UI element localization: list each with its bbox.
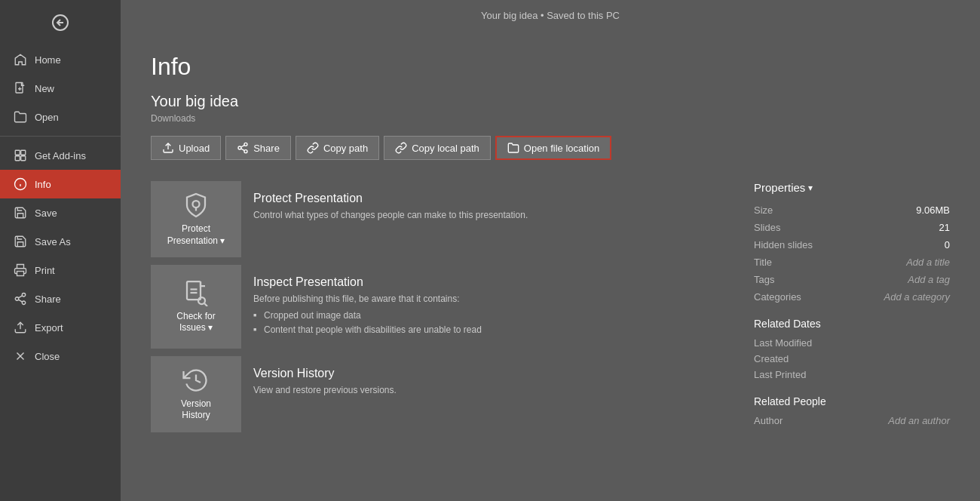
sidebar-open-label: Open (35, 112, 59, 123)
sidebar-item-save[interactable]: Save (0, 198, 121, 227)
properties-title-text: Properties (754, 181, 805, 194)
copy-local-path-button[interactable]: Copy local path (384, 136, 491, 160)
sidebar: Home New Open Get Add-ins In (0, 0, 121, 501)
prop-size-label: Size (754, 204, 773, 216)
prop-title-value[interactable]: Add a title (906, 257, 950, 268)
inspect-card-desc: Before publishing this file, be aware th… (253, 294, 712, 304)
svg-rect-29 (187, 281, 201, 300)
prop-row-slides: Slides 21 (754, 222, 950, 233)
related-dates-created: Created (754, 353, 950, 364)
document-name: Your big idea (151, 93, 950, 110)
svg-point-22 (244, 143, 247, 146)
add-author-value[interactable]: Add an author (888, 415, 950, 426)
inspect-card-icon-box[interactable]: Check forIssues ▾ (151, 265, 241, 348)
open-file-location-icon (507, 142, 519, 154)
main-content: Your big idea • Saved to this PC Info Yo… (121, 0, 980, 501)
sidebar-item-print[interactable]: Print (0, 256, 121, 284)
sidebar-item-get-add-ins[interactable]: Get Add-ins (0, 141, 121, 170)
inspect-card: Check forIssues ▾ Inspect Presentation B… (151, 265, 724, 348)
sidebar-save-label: Save (35, 207, 57, 219)
inspect-card-title: Inspect Presentation (253, 275, 712, 289)
protect-card-icon-box[interactable]: ProtectPresentation ▾ (151, 181, 241, 257)
sidebar-new-label: New (35, 83, 54, 94)
share-icon (237, 142, 249, 154)
version-icon (182, 367, 210, 394)
prop-categories-value[interactable]: Add a category (884, 291, 950, 303)
author-label: Author (754, 415, 782, 426)
related-dates-last-printed: Last Printed (754, 369, 950, 380)
prop-title-label: Title (754, 257, 772, 268)
upload-button[interactable]: Upload (151, 136, 221, 160)
topbar-text: Your big idea • Saved to this PC (481, 10, 620, 21)
new-icon (14, 81, 27, 95)
svg-point-23 (238, 146, 241, 149)
svg-rect-5 (15, 150, 20, 155)
protect-card-label: ProtectPresentation ▾ (167, 223, 225, 247)
prop-categories-label: Categories (754, 291, 801, 303)
home-icon (14, 53, 27, 66)
svg-point-32 (198, 297, 205, 304)
prop-row-tags: Tags Add a tag (754, 274, 950, 285)
prop-slides-value: 21 (939, 222, 950, 233)
inspect-card-bullets: Cropped out image data Content that peop… (253, 309, 712, 337)
protect-card-desc: Control what types of changes people can… (253, 210, 712, 220)
version-card-title: Version History (253, 367, 712, 380)
version-card-icon-box[interactable]: VersionHistory (151, 356, 241, 432)
svg-point-14 (15, 297, 19, 301)
save-icon (14, 206, 27, 220)
inspect-icon (182, 279, 210, 306)
sidebar-home-label: Home (35, 54, 61, 66)
sidebar-divider (0, 136, 121, 137)
back-button[interactable] (0, 0, 121, 45)
inspect-card-label: Check forIssues ▾ (176, 311, 215, 334)
sidebar-item-new[interactable]: New (0, 74, 121, 103)
svg-point-15 (22, 301, 26, 305)
page-title: Info (151, 53, 950, 81)
svg-line-33 (204, 303, 207, 306)
export-icon (14, 321, 27, 334)
sidebar-export-label: Export (35, 322, 63, 333)
sidebar-saveas-label: Save As (35, 236, 71, 247)
open-file-location-button[interactable]: Open file location (495, 136, 611, 160)
prop-hidden-slides-value: 0 (945, 239, 950, 250)
upload-label: Upload (179, 143, 210, 154)
cards-column: ProtectPresentation ▾ Protect Presentati… (151, 181, 724, 432)
prop-slides-label: Slides (754, 222, 780, 233)
topbar: Your big idea • Saved to this PC (121, 0, 980, 30)
sidebar-print-label: Print (35, 265, 55, 276)
properties-title[interactable]: Properties ▾ (754, 181, 950, 194)
svg-line-17 (18, 296, 22, 298)
related-dates-heading: Related Dates (754, 318, 950, 330)
sidebar-item-export[interactable]: Export (0, 313, 121, 342)
svg-point-24 (244, 150, 247, 153)
copy-path-button[interactable]: Copy path (296, 136, 379, 160)
prop-tags-value[interactable]: Add a tag (908, 274, 950, 285)
close-icon (14, 349, 27, 363)
svg-rect-6 (21, 150, 26, 155)
sidebar-item-home[interactable]: Home (0, 45, 121, 74)
svg-rect-7 (15, 156, 20, 161)
sidebar-item-open[interactable]: Open (0, 103, 121, 131)
sidebar-item-share[interactable]: Share (0, 284, 121, 313)
related-people-heading: Related People (754, 395, 950, 407)
toolbar: Upload Share Copy path Copy l (151, 136, 950, 160)
save-as-icon (14, 235, 27, 248)
sidebar-close-label: Close (35, 351, 60, 362)
prop-size-value: 9.06MB (916, 204, 950, 216)
svg-point-13 (22, 294, 26, 297)
copy-path-label: Copy path (323, 143, 368, 154)
protect-card-content: Protect Presentation Control what types … (241, 181, 724, 257)
document-path: Downloads (151, 113, 950, 124)
related-dates-last-modified: Last Modified (754, 337, 950, 349)
inspect-card-content: Inspect Presentation Before publishing t… (241, 265, 724, 348)
version-card-label: VersionHistory (181, 398, 211, 422)
version-card: VersionHistory Version History View and … (151, 356, 724, 432)
prop-hidden-slides-label: Hidden slides (754, 239, 813, 250)
sidebar-item-save-as[interactable]: Save As (0, 227, 121, 256)
share-button[interactable]: Share (225, 136, 291, 160)
sidebar-addins-label: Get Add-ins (35, 150, 86, 161)
share-icon (14, 292, 27, 306)
sidebar-item-close[interactable]: Close (0, 342, 121, 370)
sidebar-item-info[interactable]: Info (0, 170, 121, 198)
svg-line-26 (241, 145, 245, 147)
